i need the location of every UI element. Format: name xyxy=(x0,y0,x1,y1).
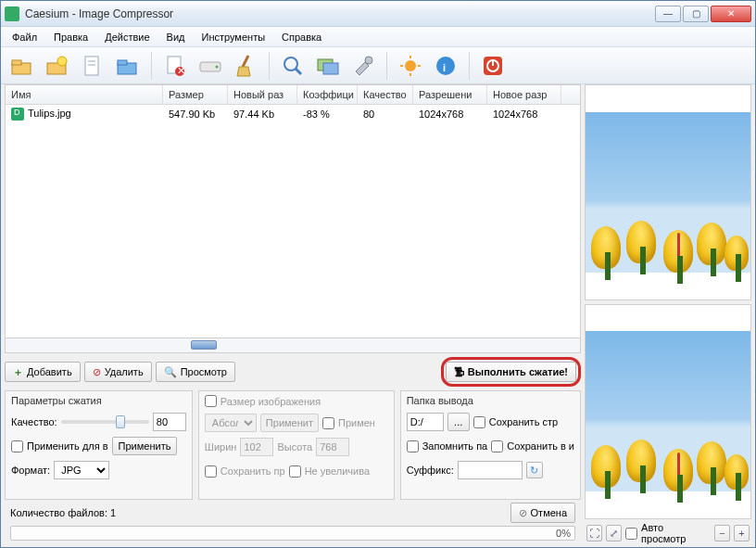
cell-size: 547.90 Kb xyxy=(163,107,228,121)
save-folder-icon[interactable] xyxy=(112,50,144,82)
compression-title: Параметры сжатия xyxy=(11,395,186,406)
preview-controls: ⛶ ⤢ Авто просмотр − + xyxy=(585,523,751,543)
preview-compressed xyxy=(585,304,751,520)
expand-icon: ⤢ xyxy=(610,528,618,540)
page-delete-icon[interactable]: ✕ xyxy=(159,50,191,82)
col-quality[interactable]: Качество xyxy=(358,85,413,104)
file-table: Имя Размер Новый раз Коэффици Качество Р… xyxy=(5,84,581,338)
close-button[interactable]: ✕ xyxy=(711,6,751,22)
menu-tools[interactable]: Инструменты xyxy=(194,30,272,45)
magnifier-icon[interactable] xyxy=(277,50,309,82)
browse-button[interactable]: ... xyxy=(447,413,470,431)
col-ratio[interactable]: Коэффици xyxy=(297,85,358,104)
fit-icon: ⛶ xyxy=(589,528,599,539)
apply-button[interactable]: Применить xyxy=(112,437,178,455)
cell-resolution: 1024x768 xyxy=(413,107,487,121)
quality-input[interactable] xyxy=(153,413,186,431)
suffix-input[interactable] xyxy=(458,461,523,479)
toolbar-separator xyxy=(269,52,270,80)
cancel-button[interactable]: ⊘Отмена xyxy=(510,503,575,523)
no-enlarge-label: Не увеличива xyxy=(305,465,370,477)
new-project-icon[interactable] xyxy=(42,50,73,82)
window-title: Caesium - Image Compressor xyxy=(25,7,655,20)
resize-panel: Размер изображения Абсолн Применит Приме… xyxy=(198,390,395,500)
file-type-icon xyxy=(11,108,24,121)
table-row[interactable]: Tulips.jpg 547.90 Kb 97.44 Kb -83 % 80 1… xyxy=(6,105,580,123)
format-select[interactable]: JPG xyxy=(54,461,109,479)
remember-path-label: Запомнить па xyxy=(422,440,488,452)
save-in-checkbox[interactable] xyxy=(491,440,503,452)
auto-preview-label: Авто просмотр xyxy=(641,522,707,544)
menu-action[interactable]: Действие xyxy=(97,30,157,45)
format-label: Формат: xyxy=(11,465,50,476)
svg-rect-1 xyxy=(12,60,21,65)
fit-window-button[interactable]: ⛶ xyxy=(586,525,602,542)
col-name[interactable]: Имя xyxy=(6,85,163,104)
col-newsize[interactable]: Новый раз xyxy=(228,85,297,104)
forbidden-icon: ⊘ xyxy=(93,366,101,378)
suffix-label: Суффикс: xyxy=(407,465,454,476)
add-button[interactable]: ＋Добавить xyxy=(5,362,81,382)
remember-path-checkbox[interactable] xyxy=(407,440,419,452)
cell-quality: 80 xyxy=(358,107,413,121)
open-folder-icon[interactable] xyxy=(6,50,38,82)
toolbar-separator xyxy=(469,52,470,80)
remove-button[interactable]: ⊘Удалить xyxy=(84,362,152,382)
cell-newresolution: 1024x768 xyxy=(487,107,561,121)
horizontal-scrollbar[interactable] xyxy=(5,338,581,353)
drive-icon[interactable] xyxy=(195,50,226,82)
apply-all-checkbox[interactable] xyxy=(11,440,23,452)
cell-name: Tulips.jpg xyxy=(28,108,71,119)
quality-slider[interactable] xyxy=(61,420,149,424)
zoom-in-button[interactable]: + xyxy=(734,525,750,542)
col-resolution[interactable]: Разрешени xyxy=(413,85,487,104)
menu-help[interactable]: Справка xyxy=(274,30,329,45)
svg-text:✕: ✕ xyxy=(177,65,185,76)
compress-highlight: 🗜Выполнить сжатие! xyxy=(441,357,581,387)
height-input xyxy=(316,438,349,456)
svg-point-19 xyxy=(365,57,372,64)
quality-label: Качество: xyxy=(11,416,57,427)
toolbar-separator xyxy=(151,52,152,80)
width-input xyxy=(240,438,273,456)
apply-all-label: Применить для в xyxy=(27,440,108,452)
maximize-button[interactable]: ▢ xyxy=(683,6,709,22)
preview-original xyxy=(585,84,751,300)
broom-icon[interactable] xyxy=(230,50,261,82)
images-icon[interactable] xyxy=(312,50,344,82)
svg-line-16 xyxy=(296,69,301,74)
svg-rect-8 xyxy=(118,60,127,65)
keep-structure-checkbox[interactable] xyxy=(473,416,485,428)
tools-icon[interactable] xyxy=(347,50,379,82)
svg-point-15 xyxy=(284,57,297,70)
compress-button[interactable]: 🗜Выполнить сжатие! xyxy=(446,362,576,382)
preview-button[interactable]: 🔍Просмотр xyxy=(156,362,235,382)
menu-file[interactable]: Файл xyxy=(5,30,44,45)
resize-mode-select: Абсолн xyxy=(205,414,257,432)
svg-text:i: i xyxy=(443,62,446,73)
col-size[interactable]: Размер xyxy=(163,85,228,104)
resize-apply-label: Примен xyxy=(338,417,375,428)
svg-point-20 xyxy=(405,60,416,71)
keep-ratio-checkbox xyxy=(205,465,217,478)
compression-panel: Параметры сжатия Качество: Применить для… xyxy=(5,390,193,500)
actual-size-button[interactable]: ⤢ xyxy=(606,525,622,542)
document-icon[interactable] xyxy=(77,50,108,82)
keep-ratio-label: Сохранить пр xyxy=(220,465,285,477)
suffix-reset-button[interactable]: ↻ xyxy=(526,462,543,478)
menu-edit[interactable]: Правка xyxy=(46,30,95,45)
zoom-out-button[interactable]: − xyxy=(714,525,730,542)
titlebar[interactable]: Caesium - Image Compressor — ▢ ✕ xyxy=(1,1,755,27)
auto-preview-checkbox[interactable] xyxy=(625,528,637,540)
menu-bar: Файл Правка Действие Вид Инструменты Спр… xyxy=(1,27,755,47)
minimize-button[interactable]: — xyxy=(655,6,681,22)
resize-enable-checkbox[interactable] xyxy=(205,395,217,407)
resize-apply-checkbox xyxy=(322,417,334,429)
col-newresolution[interactable]: Новое разр xyxy=(487,85,561,104)
table-header: Имя Размер Новый раз Коэффици Качество Р… xyxy=(6,85,580,105)
output-path-input[interactable] xyxy=(407,413,444,431)
sun-icon[interactable] xyxy=(395,50,426,82)
power-icon[interactable] xyxy=(477,50,509,82)
menu-view[interactable]: Вид xyxy=(159,30,193,45)
info-icon[interactable]: i xyxy=(430,50,461,82)
